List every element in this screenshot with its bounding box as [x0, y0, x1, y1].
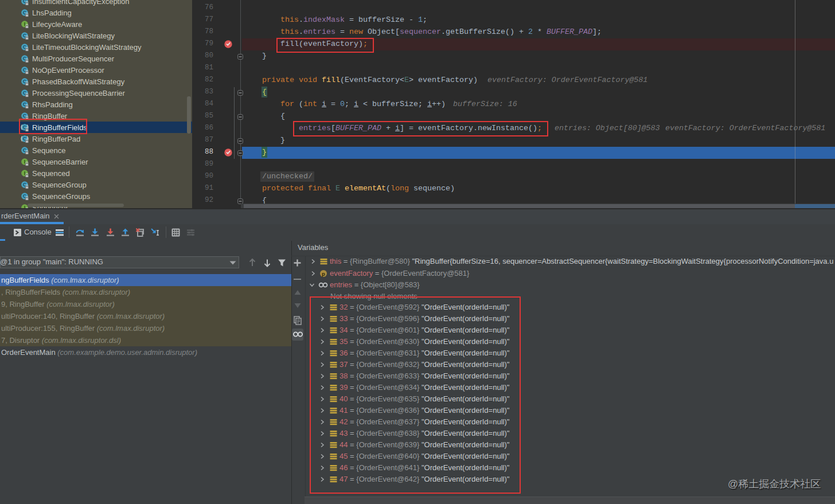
svg-text:I: I — [24, 205, 26, 208]
svg-text:p: p — [322, 271, 325, 277]
